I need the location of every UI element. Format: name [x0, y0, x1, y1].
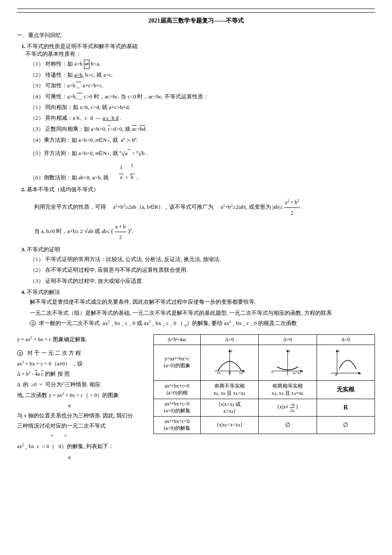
oper-4: （4）乘方法则：如 a>b>0, n∈N₊, 就 an > bn. [30, 135, 375, 147]
lt0-delta-pos: {x|x₁<x<x₂} [201, 416, 259, 434]
prop-1: （1） 对称性：如 a>b ⇌ b<a. [30, 59, 375, 69]
page-title: 2021届高三数学专题复习——不等式 [17, 12, 375, 25]
svg-text:x: x [359, 371, 361, 375]
prop-4: （4） 可乘性：a>b,＿ c>0 时，ac>bc. 当 c<0 时，ac<bc… [30, 92, 375, 101]
svg-text:x: x [243, 369, 245, 373]
row-lt0-label: ax²+bx+c<0(a>0)的解集 [154, 416, 201, 434]
row-lt0: ax²+bx+c<0(a>0)的解集 {x|x₁<x<x₂} ∅ ∅ [154, 416, 375, 434]
bottom-section: y = ax2 + bx + c 图象确定解集. ② 对 于 一 元 二 次 方… [17, 334, 375, 463]
roots-delta-zero: 有两相等实根x₁, x₂ 且 x₁=x₂ [259, 380, 317, 399]
oper-6: （6）倒数法则：如 ab>0, a>b, 就 1 a < 1 b . [30, 161, 375, 182]
svg-text:y: y [288, 348, 291, 353]
svg-text:0: 0 [335, 373, 337, 377]
inequality-table: Δ=b²-4ac Δ>0 Δ=0 Δ<0 y=ax²+bx+c(a>0)的图象 [153, 334, 375, 434]
col-header-pos: Δ>0 [201, 334, 259, 345]
section1: 一、重点学问回忆 1. 不等式的性质是证明不等式和解不等式的基础 不等式的基本性… [17, 32, 375, 328]
item1-intro: 不等式的基本性质有： [26, 50, 375, 58]
row-graphs: y=ax²+bx+c(a>0)的图象 [154, 345, 375, 380]
col-header-zero: Δ=0 [259, 334, 317, 345]
left-line10: + > [17, 431, 149, 441]
row-roots-label: ax²+bx+c=0(a>0)的根 [154, 380, 201, 399]
left-line9: 三种情况讨论对应的一元二次不等式 [17, 421, 149, 431]
item3-sub3: （3） 证明不等式的过程中, 放大或缩小应适度. [30, 276, 375, 286]
graph-delta-pos: 0 x y x₁ x₂ [201, 345, 259, 380]
col-header-delta: Δ=b²-4ac [154, 334, 201, 345]
col-header-neg: Δ<0 [317, 334, 375, 345]
graph-delta-zero: 0 x y x₁=x₂ [259, 345, 317, 380]
roots-delta-pos: 有两不等实根x₁, x₂ 且 x₁<x₂ [201, 380, 259, 399]
prop-3: （3） 可加性：a>b＿ a+c>b+c. [30, 81, 375, 90]
row-gt0-label: ax²+bx+c>0(a>0)的解集 [154, 399, 201, 416]
right-col: Δ=b²-4ac Δ>0 Δ=0 Δ<0 y=ax²+bx+c(a>0)的图象 [153, 334, 375, 463]
gt0-delta-pos: {x|x<x₁ 或x>x₂} [201, 399, 259, 416]
graph-delta-neg: 0 x y [317, 345, 375, 380]
oper-2: （2） 异向相减：a b、c d — a c b d . [30, 113, 375, 123]
row-graphs-label: y=ax²+bx+c(a>0)的图象 [154, 345, 201, 380]
item3-subs: （1） 不等式证明的常用方法：比较法, 公式法, 分析法, 反证法, 换元法, … [30, 254, 375, 286]
top-divider [17, 9, 375, 9]
roots-delta-neg: 无实根 [317, 380, 375, 399]
prop-2: （2） 传递性：如 a>b, b>c, 就 a>c. [30, 70, 375, 80]
oper-1: （1） 同向相加：如 a>b, c>d, 就 a+c>b+d. [30, 102, 375, 112]
left-line11: ax2 + bx c ○ 0（ 0）的解集, 列表如下： [17, 441, 149, 452]
item-3: 3. 不等式的证明 （1） 不等式证明的常用方法：比较法, 公式法, 分析法, … [21, 246, 375, 286]
item1-properties: （1） 对称性：如 a>b ⇌ b<a. （2） 传递性：如 a>b, b>c,… [30, 59, 375, 182]
svg-text:x: x [301, 369, 303, 373]
item3-sub2: （2） 在不等式证明过程中, 应留意与不等式的运算性质联合使用. [30, 265, 375, 275]
oper-5: （5）开方法则：如 a>b>0, n∈N₊, 就 n√a > n√b . [30, 148, 375, 160]
formula-line1: 利用完全平方式的性质，可得 a2+b2≥2ab（a, b∈R），该不等式可推广为… [34, 197, 375, 218]
left-line6: 地, 二次函数 y = ax2 + bx + c（ > 0）的图象 [17, 390, 149, 401]
item2-formula: 利用完全平方式的性质，可得 a2+b2≥2ab（a, b∈R），该不等式可推广为… [34, 197, 375, 242]
gt0-delta-zero: {x|x≠ −b 2a } [259, 399, 317, 416]
svg-text:0: 0 [229, 371, 231, 375]
gt0-delta-neg: R [317, 399, 375, 416]
item4-sub1: 解不等式是查找使不等式成立的充要条件, 因此在解不等式过程中应使每一步的变形都要… [30, 297, 375, 307]
item4-title: 4. 不等式的解法 [21, 288, 375, 296]
svg-text:y: y [231, 348, 233, 353]
left-line3: ax2 + bx + c = 0（a≠0） ，设 [17, 359, 149, 369]
left-line1: y = ax2 + bx + c 图象确定解集. [17, 334, 149, 345]
item-4: 4. 不等式的解法 解不等式是查找使不等式成立的充要条件, 因此在解不等式过程中… [21, 288, 375, 328]
left-col: y = ax2 + bx + c 图象确定解集. ② 对 于 一 元 二 次 方… [17, 334, 153, 463]
item2-title: 2. 基本不等式（或均值不等式） [21, 186, 375, 193]
section-heading: 一、重点学问回忆 [17, 32, 375, 39]
item3-sub1: （1） 不等式证明的常用方法：比较法, 公式法, 分析法, 反证法, 换元法, … [30, 254, 375, 264]
left-line12: a [68, 452, 149, 463]
item4-circle1: ① 求一般的一元二次不等式 ax2 + bx + c > 0 或 ax2 + b… [30, 319, 375, 328]
left-line7: a [68, 401, 149, 411]
svg-text:y: y [338, 348, 340, 353]
svg-text:x₁=x₂: x₁=x₂ [293, 371, 301, 375]
svg-text:x₁: x₁ [217, 371, 221, 375]
lt0-delta-neg: ∅ [317, 416, 375, 434]
item4-subs: 解不等式是查找使不等式成立的充要条件, 因此在解不等式过程中应使每一步的变形都要… [30, 297, 375, 318]
item1-title: 1. 不等式的性质是证明不等式和解不等式的基础 [21, 43, 375, 50]
item3-title: 3. 不等式的证明 [21, 246, 375, 253]
oper-3: （3） 正数同向相乘：如 a>b>0, c>d>0, 就 ac>bd. [30, 124, 375, 134]
left-line5: Δ 的 ≥0 = 可分为△三种情形. 相应 [17, 380, 149, 390]
formula-line2: 当 a, b≥0 时，a+b≥ 2 √ab 或 ab≤ ( a + b 2 )2… [34, 221, 375, 242]
row-roots: ax²+bx+c=0(a>0)的根 有两不等实根x₁, x₂ 且 x₁<x₂ 有… [154, 380, 375, 399]
item4-sub2: 一元二次不等式（组）是解不等式的基础, 一元二次不等式是解不等式的基此题型. 一… [30, 308, 375, 318]
item-2: 2. 基本不等式（或均值不等式） 利用完全平方式的性质，可得 a2+b2≥2ab… [21, 186, 375, 242]
svg-text:x₂: x₂ [239, 371, 243, 375]
row-gt0: ax²+bx+c>0(a>0)的解集 {x|x<x₁ 或x>x₂} {x|x≠ … [154, 399, 375, 416]
svg-text:0: 0 [271, 370, 273, 374]
left-line2: ② 对 于 一 元 二 次 方 程 [17, 348, 149, 359]
item-1: 1. 不等式的性质是证明不等式和解不等式的基础 不等式的基本性质有： （1） 对… [21, 43, 375, 182]
lt0-delta-zero: ∅ [259, 416, 317, 434]
left-line4: Δ = b2 - 4a c 的解 按 照 [17, 369, 149, 380]
left-line8: 与 x 轴的位置关系也分为三种情形. 因此, 我们分 [17, 411, 149, 421]
